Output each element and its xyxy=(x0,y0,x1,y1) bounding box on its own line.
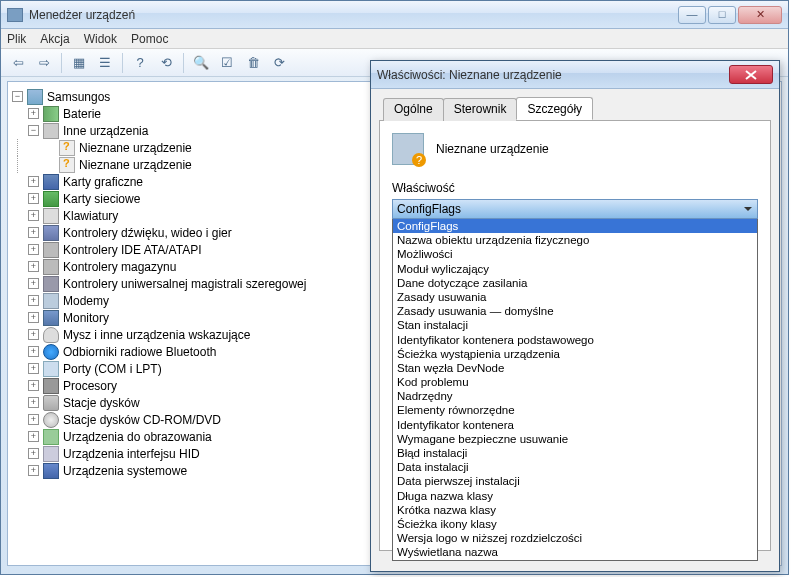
menu-action[interactable]: Akcja xyxy=(40,32,69,46)
unknown-icon xyxy=(59,157,75,173)
details-tab-panel: Nieznane urządzenie Właściwość ConfigFla… xyxy=(379,121,771,551)
device-icon xyxy=(392,133,424,165)
dropdown-option[interactable]: Stan instalacji xyxy=(393,318,757,332)
properties-button[interactable]: ☑ xyxy=(216,52,238,74)
tree-node-label: Odbiorniki radiowe Bluetooth xyxy=(63,345,216,359)
expand-toggle[interactable]: + xyxy=(28,414,39,425)
property-label: Właściwość xyxy=(392,181,758,195)
tree-node-label: Kontrolery IDE ATA/ATAPI xyxy=(63,243,202,257)
expand-toggle[interactable]: + xyxy=(28,465,39,476)
property-dropdown-list[interactable]: ConfigFlagsNazwa obiektu urządzenia fizy… xyxy=(392,219,758,561)
dropdown-option[interactable]: Data pierwszej instalacji xyxy=(393,474,757,488)
tree-node-label: Karty sieciowe xyxy=(63,192,140,206)
tab-strip: OgólneSterownikSzczegóły xyxy=(379,97,771,121)
expand-toggle[interactable]: + xyxy=(28,108,39,119)
maximize-button[interactable]: □ xyxy=(708,6,736,24)
app-icon xyxy=(7,8,23,22)
view-button[interactable]: ☰ xyxy=(94,52,116,74)
dropdown-option[interactable]: Dane dotyczące zasilania xyxy=(393,276,757,290)
dropdown-option[interactable]: Data instalacji xyxy=(393,460,757,474)
tree-node-label: Stacje dysków CD-ROM/DVD xyxy=(63,413,221,427)
expand-toggle[interactable]: + xyxy=(28,380,39,391)
dropdown-option[interactable]: Identyfikator kontenera xyxy=(393,418,757,432)
tab-szczegóły[interactable]: Szczegóły xyxy=(516,97,593,120)
dropdown-option[interactable]: Kod problemu xyxy=(393,375,757,389)
mouse-icon xyxy=(43,327,59,343)
back-button[interactable]: ⇦ xyxy=(7,52,29,74)
expand-toggle[interactable]: + xyxy=(28,363,39,374)
expand-toggle[interactable]: + xyxy=(28,431,39,442)
dropdown-option[interactable]: Ścieżka ikony klasy xyxy=(393,517,757,531)
dropdown-option[interactable]: Krótka nazwa klasy xyxy=(393,503,757,517)
uninstall-button[interactable]: 🗑 xyxy=(242,52,264,74)
menu-view[interactable]: Widok xyxy=(84,32,117,46)
dropdown-option[interactable]: Ścieżka wystąpienia urządzenia xyxy=(393,347,757,361)
main-titlebar[interactable]: Menedżer urządzeń — □ ✕ xyxy=(1,1,788,29)
expand-toggle[interactable]: + xyxy=(28,193,39,204)
menu-file[interactable]: Plik xyxy=(7,32,26,46)
usb-icon xyxy=(43,276,59,292)
property-combobox[interactable]: ConfigFlags xyxy=(392,199,758,219)
expand-toggle[interactable]: + xyxy=(28,448,39,459)
expand-toggle[interactable]: + xyxy=(28,210,39,221)
window-title: Menedżer urządzeń xyxy=(29,8,678,22)
show-hidden-button[interactable]: ▦ xyxy=(68,52,90,74)
dialog-close-button[interactable] xyxy=(729,65,773,84)
scan-button[interactable]: 🔍 xyxy=(190,52,212,74)
dropdown-option[interactable]: Wymagane bezpieczne usuwanie xyxy=(393,432,757,446)
minimize-button[interactable]: — xyxy=(678,6,706,24)
dropdown-option[interactable]: Elementy równorzędne xyxy=(393,403,757,417)
expand-toggle[interactable]: − xyxy=(28,125,39,136)
dropdown-option[interactable]: Długa nazwa klasy xyxy=(393,489,757,503)
expand-toggle[interactable]: + xyxy=(28,244,39,255)
help-button[interactable]: ? xyxy=(129,52,151,74)
expand-toggle[interactable]: + xyxy=(28,295,39,306)
update-driver-button[interactable]: ⟳ xyxy=(268,52,290,74)
expand-toggle[interactable]: + xyxy=(28,176,39,187)
expand-toggle[interactable]: + xyxy=(28,278,39,289)
display-icon xyxy=(43,174,59,190)
dropdown-option[interactable]: Moduł wyliczający xyxy=(393,262,757,276)
dropdown-option[interactable]: Zasady usuwania — domyślne xyxy=(393,304,757,318)
dropdown-option[interactable]: Identyfikator kontenera podstawowego xyxy=(393,333,757,347)
refresh-button[interactable]: ⟲ xyxy=(155,52,177,74)
dialog-titlebar[interactable]: Właściwości: Nieznane urządzenie xyxy=(371,61,779,89)
expand-toggle[interactable]: + xyxy=(28,329,39,340)
tree-node-label: Karty graficzne xyxy=(63,175,143,189)
bt-icon xyxy=(43,344,59,360)
battery-icon xyxy=(43,106,59,122)
tree-node-label: Baterie xyxy=(63,107,101,121)
tree-node-label: Kontrolery magazynu xyxy=(63,260,176,274)
dropdown-option[interactable]: Błąd instalacji xyxy=(393,446,757,460)
dropdown-option[interactable]: ConfigFlags xyxy=(393,219,757,233)
dropdown-option[interactable]: Nadrzędny xyxy=(393,389,757,403)
forward-button[interactable]: ⇨ xyxy=(33,52,55,74)
hid-icon xyxy=(43,446,59,462)
tab-ogólne[interactable]: Ogólne xyxy=(383,98,444,121)
dropdown-option[interactable]: Stan węzła DevNode xyxy=(393,361,757,375)
dropdown-option[interactable]: Wyświetlana nazwa xyxy=(393,545,757,559)
close-button[interactable]: ✕ xyxy=(738,6,782,24)
tree-node-label: Monitory xyxy=(63,311,109,325)
expand-toggle[interactable]: + xyxy=(28,312,39,323)
expand-toggle[interactable]: − xyxy=(12,91,23,102)
dropdown-option[interactable]: Możliwości xyxy=(393,247,757,261)
net-icon xyxy=(43,191,59,207)
dropdown-option[interactable]: Nazwa obiektu urządzenia fizycznego xyxy=(393,233,757,247)
sys-icon xyxy=(43,463,59,479)
tree-node-label: Klawiatury xyxy=(63,209,118,223)
expand-toggle[interactable]: + xyxy=(28,397,39,408)
tree-node-label: Nieznane urządzenie xyxy=(79,141,192,155)
expand-toggle[interactable]: + xyxy=(28,346,39,357)
dropdown-option[interactable]: Wersja logo w niższej rozdzielczości xyxy=(393,531,757,545)
menu-help[interactable]: Pomoc xyxy=(131,32,168,46)
expand-toggle[interactable]: + xyxy=(28,261,39,272)
expand-toggle[interactable]: + xyxy=(28,227,39,238)
keyb-icon xyxy=(43,208,59,224)
monitor-icon xyxy=(43,310,59,326)
tree-node-label: Urządzenia interfejsu HID xyxy=(63,447,200,461)
cpu-icon xyxy=(43,378,59,394)
tab-sterownik[interactable]: Sterownik xyxy=(443,98,518,121)
dropdown-option[interactable]: Zasady usuwania xyxy=(393,290,757,304)
tree-node-label: Urządzenia systemowe xyxy=(63,464,187,478)
